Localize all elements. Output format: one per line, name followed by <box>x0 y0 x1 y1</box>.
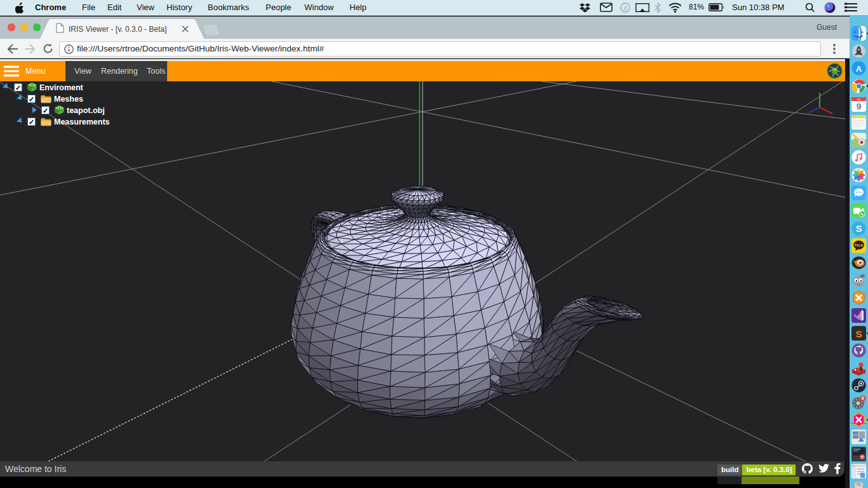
svg-text:8: 8 <box>862 396 864 400</box>
svg-text:S: S <box>856 224 862 234</box>
svg-text:S: S <box>855 329 862 339</box>
svg-text:9: 9 <box>857 102 861 111</box>
svg-text:TALK: TALK <box>855 243 864 247</box>
svg-text:A: A <box>856 64 862 74</box>
svg-text:d: d <box>623 5 627 11</box>
svg-text:JUL: JUL <box>857 98 862 101</box>
